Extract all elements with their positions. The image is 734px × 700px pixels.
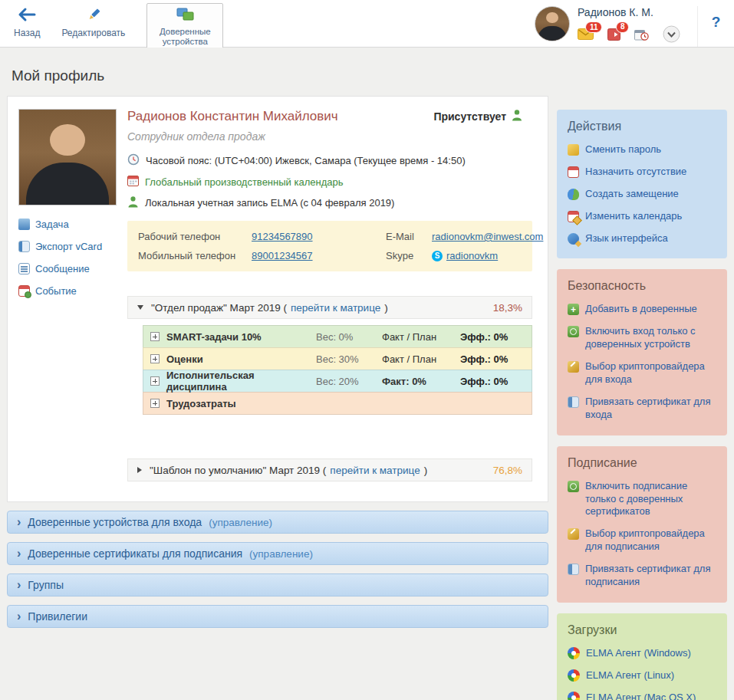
page-title: Мой профиль (7, 48, 727, 96)
login-cryptoprovider-link[interactable]: Выбор криптопровайдера для входа (568, 360, 716, 386)
edit-calendar-icon (568, 211, 579, 222)
timesheet-button[interactable] (634, 28, 649, 44)
user-name[interactable]: Радионов К. М. (578, 6, 680, 18)
accordion-label: Доверенные устройства для входа (28, 516, 202, 528)
change-password-link[interactable]: Сменить пароль (568, 143, 716, 156)
kpi-row-name: Оценки (166, 353, 316, 365)
accordion-label: Привилегии (28, 610, 87, 623)
edit-button[interactable]: Редактировать (61, 0, 125, 38)
link-label: ELMA Агент (Linux) (586, 669, 716, 682)
kpi-row-weight: Вес: 20% (316, 376, 382, 387)
trusted-devices-only-link[interactable]: Включить вход только с доверенных устрой… (568, 325, 716, 351)
arrow-left-icon (17, 7, 37, 25)
kpi-matrix-2-header[interactable]: "Шаблон по умолчанию" Март 2019 ( перейт… (127, 458, 532, 481)
link-label: Выбор криптопровайдера для входа (585, 360, 716, 386)
account-line: Локальная учетная запись ELMA (с 04 февр… (127, 196, 532, 210)
bind-signing-certificate-link[interactable]: Привязать сертификат для подписания (568, 563, 716, 589)
accordion-label: Группы (28, 579, 64, 591)
profile-name[interactable]: Радионов Константин Михайлович (127, 109, 338, 124)
signing-cryptoprovider-link[interactable]: Выбор криптопровайдера для подписания (568, 527, 716, 554)
profile-card: Задача Экспорт vCard Сообщение (7, 96, 548, 502)
clock-icon (127, 153, 140, 168)
expand-icon[interactable] (150, 376, 160, 386)
create-substitution-link[interactable]: Создать замещение (568, 188, 716, 201)
work-phone-label: Рабочий телефон (138, 231, 252, 242)
kpi-table: SMART-задачи 10% Вес: 0% Факт / План Эфф… (143, 325, 532, 415)
account-text: Локальная учетная запись ELMA (с 04 февр… (145, 197, 394, 209)
task-icon (18, 219, 30, 230)
task-badge: 8 (616, 21, 629, 33)
main-column: Задача Экспорт vCard Сообщение (7, 96, 548, 628)
link-label: ELMA Агент (Mac OS X) (586, 692, 716, 700)
mobile-phone-label: Мобильный телефон (138, 250, 252, 261)
actions-panel: Действия Сменить пароль Назначить отсутс… (557, 110, 727, 258)
mail-badge: 11 (585, 21, 602, 33)
elma-agent-linux-link[interactable]: ELMA Агент (Linux) (568, 669, 716, 682)
accordion-trusted-devices[interactable]: › Доверенные устройства для входа (управ… (7, 511, 548, 534)
profile-quick-links: Задача Экспорт vCard Сообщение (18, 218, 118, 297)
kpi-matrix-1-title: "Отдел продаж" Март 2019 ( (151, 302, 287, 314)
accordion-trusted-certificates[interactable]: › Доверенные сертификаты для подписания … (7, 542, 548, 565)
expand-icon[interactable] (150, 332, 160, 341)
accordion-groups[interactable]: › Группы (7, 573, 548, 596)
kpi-matrix-1-header[interactable]: "Отдел продаж" Март 2019 ( перейти к мат… (127, 296, 532, 319)
link-label: Выбор криптопровайдера для подписания (585, 527, 716, 554)
task-link[interactable]: Задача (18, 218, 118, 230)
global-calendar-link[interactable]: Глобальный производственный календарь (145, 176, 343, 188)
trusted-devices-button[interactable]: Доверенные устройства (146, 3, 223, 50)
manage-link[interactable]: (управление) (209, 517, 272, 528)
certificate-icon (568, 396, 579, 408)
add-to-trusted-link[interactable]: Добавить в доверенные (568, 303, 716, 316)
skype-value[interactable]: radionovkm (446, 250, 498, 261)
trusted-devices-icon (176, 8, 194, 25)
set-absence-link[interactable]: Назначить отсутствие (568, 166, 716, 179)
profile-photo (18, 109, 117, 205)
trusted-devices-label: Доверенные устройства (153, 27, 216, 47)
chevron-right-icon: › (17, 610, 21, 623)
user-menu-button[interactable] (663, 25, 680, 46)
kpi-row-fact: Факт: 0% (382, 376, 460, 387)
help-button[interactable]: ? (697, 6, 734, 47)
message-icon (18, 263, 30, 274)
task-link-label: Задача (35, 219, 69, 230)
mail-button[interactable]: 11 (578, 28, 594, 43)
bind-login-certificate-link[interactable]: Привязать сертификат для входа (568, 396, 716, 422)
accordion-privileges[interactable]: › Привилегии (7, 605, 548, 628)
skype-cell: radionovkm (432, 250, 543, 261)
chevron-right-icon: › (17, 579, 21, 591)
kpi-row-weight: Вес: 30% (316, 353, 382, 365)
event-link-label: Событие (35, 285, 77, 297)
work-phone-value[interactable]: 91234567890 (252, 231, 386, 242)
calendar-line: Глобальный производственный календарь (127, 175, 532, 189)
trusted-certificates-only-link[interactable]: Включить подписание только с доверенных … (568, 480, 716, 519)
expand-icon[interactable] (150, 354, 160, 363)
kpi-matrix-2-suffix: ) (424, 465, 428, 476)
edit-calendar-link[interactable]: Изменить календарь (568, 210, 716, 223)
elma-agent-macosx-link[interactable]: ELMA Агент (Mac OS X) (568, 692, 716, 700)
kpi-row-labor: Трудозатраты (143, 392, 532, 415)
export-vcard-link[interactable]: Экспорт vCard (18, 240, 118, 252)
back-button[interactable]: Назад (14, 0, 40, 38)
avatar[interactable] (535, 6, 570, 41)
profile-position: Сотрудник отдела продаж (127, 130, 532, 143)
chevron-down-icon (663, 32, 680, 45)
mobile-phone-value[interactable]: 89001234567 (252, 250, 386, 261)
elma-agent-windows-link[interactable]: ELMA Агент (Windows) (568, 647, 716, 660)
expand-icon[interactable] (150, 399, 160, 408)
manage-link[interactable]: (управление) (249, 548, 313, 560)
email-value[interactable]: radionovkm@inwest.com (432, 231, 543, 242)
interface-language-link[interactable]: Язык интерфейса (568, 232, 716, 245)
event-link[interactable]: Событие (18, 284, 118, 297)
kpi-matrix-1-link[interactable]: перейти к матрице (291, 302, 380, 314)
toolbar: Назад Редактировать Доверенные устройств… (0, 0, 734, 48)
trusted-signing-icon (568, 481, 579, 492)
tasks-button[interactable]: 8 (607, 28, 620, 44)
vcard-icon (18, 241, 30, 252)
link-label: Сменить пароль (585, 143, 716, 156)
message-link[interactable]: Сообщение (18, 262, 118, 274)
kpi-matrix-2-link[interactable]: перейти к матрице (330, 465, 420, 476)
pencil-icon (86, 7, 101, 25)
substitution-icon (568, 189, 579, 200)
kpi-row-weight: Вес: 0% (316, 331, 382, 343)
chevron-right-icon: › (17, 547, 21, 560)
